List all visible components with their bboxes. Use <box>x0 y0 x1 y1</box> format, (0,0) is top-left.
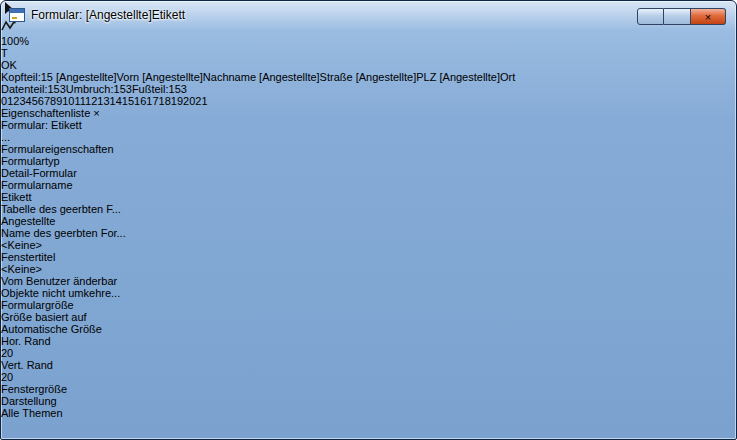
property-value[interactable]: Angestellte <box>1 215 736 227</box>
property-row[interactable]: Formularname Etikett <box>1 179 736 203</box>
property-grid: Formulareigenschaften Formulartyp Detail… <box>1 143 736 407</box>
form-size-rows: Größe basiert auf Automatische Größe Hor… <box>1 311 736 383</box>
panel-footer: Alle Themen <box>1 407 736 419</box>
minimize-button[interactable] <box>637 8 664 25</box>
property-name: Formulartyp <box>1 155 736 167</box>
panel-tabs: ... <box>1 131 736 143</box>
section-header-form-size[interactable]: Formulargröße <box>1 299 736 311</box>
ruler-tick: 16 <box>134 95 146 107</box>
ruler-tick: 14 <box>110 95 122 107</box>
section-label: Formulareigenschaften <box>1 143 114 155</box>
ruler-tick: 17 <box>146 95 158 107</box>
property-name: Objekte nicht umkehre... <box>1 287 736 299</box>
property-row[interactable]: Hor. Rand 20 <box>1 335 736 359</box>
form-canvas[interactable]: Kopfteil:15 [Angestellte]Vorn [Angestell… <box>1 71 736 95</box>
horizontal-ruler: 0123456789101112131415161718192021 <box>1 95 736 107</box>
zoom-indicator[interactable]: 100% <box>1 35 736 47</box>
form-properties-rows: Formulartyp Detail-Formular Formularname <box>1 155 736 299</box>
app-icon[interactable] <box>9 8 25 22</box>
client-area: 100% T OK <box>1 1 736 419</box>
property-value[interactable]: Automatische Größe <box>1 323 736 335</box>
band-tags: Datenteil:153Umbruch:153Fußteil:153 <box>1 83 736 95</box>
property-value[interactable]: 20 <box>1 371 736 383</box>
field-first-name[interactable]: [Angestellte]Vorn <box>56 71 139 83</box>
design-area[interactable]: Kopfteil:15 [Angestellte]Vorn [Angestell… <box>1 71 736 95</box>
panel-title: Eigenschaftenliste <box>1 107 90 119</box>
property-name: Fenstertitel <box>1 251 736 263</box>
maximize-button[interactable] <box>664 8 691 25</box>
section-header-form-properties[interactable]: Formulareigenschaften <box>1 143 736 155</box>
label-tool[interactable]: T <box>1 47 736 59</box>
panel-close-button[interactable]: × <box>93 107 99 119</box>
property-name: Größe basiert auf <box>1 311 736 323</box>
field-last-name[interactable]: [Angestellte]Nachname <box>142 71 256 83</box>
button-tool-icon: OK <box>1 59 17 71</box>
property-row[interactable]: Tabelle des geerbten F... Angestellte <box>1 203 736 227</box>
property-name: Name des geerbten For... <box>1 227 736 239</box>
band-tag-kopfteil[interactable]: Kopfteil:15 <box>1 71 53 83</box>
ruler-tick: 11 <box>75 95 86 107</box>
ruler-tick: 19 <box>171 95 183 107</box>
property-row[interactable]: Größe basiert auf Automatische Größe <box>1 311 736 335</box>
window-controls: × <box>637 8 726 25</box>
tab-more[interactable]: ... <box>1 131 10 143</box>
property-row[interactable]: Objekte nicht umkehre... <box>1 287 736 299</box>
property-name: Hor. Rand <box>1 335 736 347</box>
ruler-tick: 21 <box>195 95 207 107</box>
section-label: Formulargröße <box>1 299 74 311</box>
band-tag[interactable]: Umbruch:153 <box>66 83 132 95</box>
close-icon: × <box>705 11 711 23</box>
ruler-tick: 18 <box>159 95 171 107</box>
property-value[interactable]: Etikett <box>1 191 736 203</box>
ruler-tick: 20 <box>183 95 195 107</box>
object-selector-row: Formular: Etikett <box>1 119 736 131</box>
property-name: Vom Benutzer änderbar <box>1 275 736 287</box>
property-row[interactable]: Vert. Rand 20 <box>1 359 736 383</box>
themes-filter-label: Alle Themen <box>1 407 63 419</box>
zoom-level-label: 100% <box>1 35 29 47</box>
properties-panel: Eigenschaftenliste × Formular: Etikett .… <box>1 107 736 419</box>
property-row[interactable]: Formulartyp Detail-Formular <box>1 155 736 179</box>
ruler-tick: 12 <box>85 95 97 107</box>
property-value[interactable]: <Keine> <box>1 239 736 251</box>
field-zip[interactable]: [Angestellte]PLZ <box>356 71 437 83</box>
property-value[interactable]: 20 <box>1 347 736 359</box>
button-tool[interactable]: OK <box>1 59 736 71</box>
section-header-window-size[interactable]: Fenstergröße <box>1 383 736 395</box>
label-tool-icon: T <box>1 47 8 59</box>
ruler-tick: 15 <box>122 95 134 107</box>
field-city[interactable]: [Angestellte]Ort <box>439 71 515 83</box>
panel-titlebar[interactable]: Eigenschaftenliste × <box>1 107 736 119</box>
property-value[interactable]: Detail-Formular <box>1 167 736 179</box>
property-name: Tabelle des geerbten F... <box>1 203 736 215</box>
property-row[interactable]: Fenstertitel <Keine> <box>1 251 736 275</box>
property-grid-rows: Formulareigenschaften Formulartyp Detail… <box>1 143 736 407</box>
window-title: Formular: [Angestellte]Etikett <box>31 8 185 22</box>
property-row[interactable]: Name des geerbten For... <Keine> <box>1 227 736 251</box>
property-row[interactable]: Vom Benutzer änderbar <box>1 275 736 287</box>
band-tag[interactable]: Datenteil:153 <box>1 83 66 95</box>
field-street[interactable]: [Angestellte]Straße <box>259 71 353 83</box>
section-header-display[interactable]: Darstellung <box>1 395 736 407</box>
section-label: Fenstergröße <box>1 383 67 395</box>
ruler-tick: 13 <box>97 95 109 107</box>
titlebar[interactable]: Formular: [Angestellte]Etikett <box>1 1 736 29</box>
property-value[interactable]: <Keine> <box>1 263 736 275</box>
close-button[interactable]: × <box>691 8 726 25</box>
combo-value: Formular: Etikett <box>1 119 82 131</box>
section-label: Darstellung <box>1 395 57 407</box>
ruler-tick: 10 <box>62 95 74 107</box>
control-toolbox: T OK <box>1 47 736 71</box>
property-name: Vert. Rand <box>1 359 736 371</box>
app-window: Formular: [Angestellte]Etikett × 100% <box>0 0 737 440</box>
more-icon: ... <box>1 131 10 143</box>
band-tag[interactable]: Fußteil:153 <box>132 83 187 95</box>
object-selector-combobox[interactable]: Formular: Etikett <box>1 119 82 131</box>
property-name: Formularname <box>1 179 736 191</box>
